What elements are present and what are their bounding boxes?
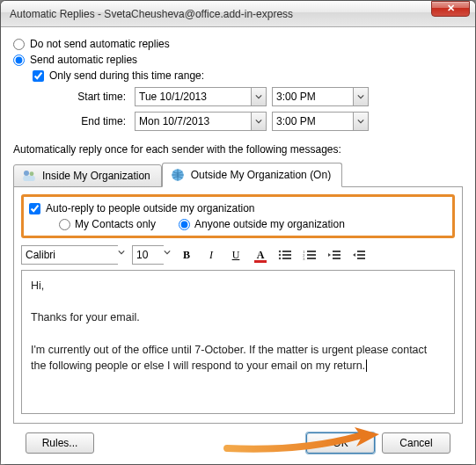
- svg-point-4: [279, 251, 281, 252]
- svg-rect-17: [333, 254, 341, 256]
- annotation-highlight: Auto-reply to people outside my organiza…: [21, 194, 455, 238]
- do-not-send-label: Do not send automatic replies: [30, 38, 170, 50]
- end-time-input[interactable]: [272, 112, 353, 131]
- svg-rect-18: [333, 258, 341, 259]
- end-date-input[interactable]: [135, 112, 251, 131]
- send-label: Send automatic replies: [30, 54, 137, 66]
- tab-inside-org[interactable]: Inside My Organization: [13, 164, 162, 187]
- svg-point-0: [24, 171, 29, 176]
- ok-button[interactable]: OK: [306, 432, 375, 454]
- font-size-combo[interactable]: [132, 245, 171, 265]
- end-date-dropdown[interactable]: [251, 112, 267, 131]
- font-family-dropdown[interactable]: [118, 245, 125, 265]
- underline-button[interactable]: U: [227, 246, 245, 264]
- svg-rect-21: [357, 258, 365, 259]
- start-date-input[interactable]: [135, 87, 251, 106]
- bulleted-list-button[interactable]: [276, 246, 294, 264]
- svg-rect-19: [357, 251, 365, 252]
- svg-rect-13: [307, 254, 316, 256]
- anyone-label: Anyone outside my organization: [194, 218, 345, 230]
- start-time-dropdown[interactable]: [353, 87, 369, 106]
- italic-button[interactable]: I: [202, 246, 220, 264]
- font-color-button[interactable]: A: [252, 246, 269, 264]
- font-family-combo[interactable]: [21, 245, 125, 265]
- bold-button[interactable]: B: [178, 246, 195, 264]
- tab-strip: Inside My Organization Outside My Organi…: [13, 163, 463, 187]
- svg-point-6: [279, 254, 281, 256]
- message-paragraph-3: I'm currently out of the office until 7-…: [31, 342, 445, 374]
- cancel-button[interactable]: Cancel: [382, 432, 450, 454]
- start-time-input[interactable]: [272, 87, 353, 106]
- message-paragraph-1: Hi,: [31, 278, 445, 294]
- end-time-label: End time:: [50, 115, 129, 127]
- time-range-grid: Start time: End time:: [50, 87, 463, 131]
- close-button[interactable]: ✕: [431, 1, 470, 17]
- svg-point-8: [279, 258, 281, 259]
- end-date-combo[interactable]: [135, 112, 267, 131]
- svg-point-1: [30, 171, 34, 176]
- decrease-indent-button[interactable]: [326, 246, 343, 264]
- dialog-footer: Rules... OK Cancel: [13, 424, 463, 454]
- message-paragraph-2: Thanks for your email.: [31, 309, 445, 325]
- message-editor[interactable]: Hi, Thanks for your email. I'm currently…: [21, 270, 455, 414]
- auto-reply-outside-label: Auto-reply to people outside my organiza…: [46, 202, 254, 214]
- svg-rect-11: [307, 251, 316, 252]
- svg-rect-2: [23, 176, 35, 181]
- auto-reply-outside-row[interactable]: Auto-reply to people outside my organiza…: [29, 202, 447, 214]
- start-time-label: Start time:: [50, 91, 129, 103]
- anyone-option[interactable]: Anyone outside my organization: [179, 218, 345, 230]
- scope-radio-group: My Contacts only Anyone outside my organ…: [59, 218, 447, 230]
- svg-text:3: 3: [303, 257, 305, 261]
- window-title: Automatic Replies - SvetaCheusheva@offic…: [10, 8, 431, 20]
- globe-icon: [170, 167, 186, 183]
- titlebar: Automatic Replies - SvetaCheusheva@offic…: [1, 1, 475, 27]
- option-send[interactable]: Send automatic replies: [13, 54, 463, 66]
- do-not-send-radio[interactable]: [13, 39, 25, 50]
- end-time-combo[interactable]: [272, 112, 369, 131]
- end-time-dropdown[interactable]: [353, 112, 369, 131]
- tab-outside-label: Outside My Organization (On): [191, 169, 331, 181]
- font-size-input[interactable]: [132, 245, 164, 265]
- send-radio[interactable]: [13, 54, 25, 66]
- font-family-input[interactable]: [21, 245, 118, 265]
- svg-rect-16: [333, 251, 341, 252]
- start-date-combo[interactable]: [135, 87, 267, 106]
- only-range-label: Only send during this time range:: [49, 69, 204, 82]
- auto-reply-outside-checkbox[interactable]: [29, 203, 40, 214]
- option-do-not-send[interactable]: Do not send automatic replies: [13, 38, 463, 50]
- anyone-radio[interactable]: [179, 219, 190, 230]
- svg-rect-7: [282, 254, 291, 256]
- contacts-only-radio[interactable]: [59, 219, 70, 230]
- svg-rect-15: [307, 258, 316, 259]
- section-label: Automatically reply once for each sender…: [13, 143, 463, 156]
- tab-outside-org[interactable]: Outside My Organization (On): [162, 163, 342, 187]
- outside-tab-panel: Auto-reply to people outside my organiza…: [13, 186, 463, 424]
- dialog-body: Do not send automatic replies Send autom…: [1, 27, 475, 464]
- numbered-list-button[interactable]: 123: [301, 246, 319, 264]
- svg-rect-20: [357, 254, 365, 256]
- svg-rect-9: [282, 258, 291, 259]
- only-range-row[interactable]: Only send during this time range:: [33, 69, 463, 82]
- font-size-dropdown[interactable]: [164, 245, 171, 265]
- text-caret: [366, 360, 367, 372]
- tab-inside-label: Inside My Organization: [42, 170, 150, 182]
- start-date-dropdown[interactable]: [251, 87, 267, 106]
- start-time-combo[interactable]: [272, 87, 369, 106]
- rules-button[interactable]: Rules...: [26, 432, 94, 454]
- contacts-only-option[interactable]: My Contacts only: [59, 218, 156, 230]
- only-range-checkbox[interactable]: [33, 70, 44, 82]
- contacts-only-label: My Contacts only: [75, 218, 156, 230]
- automatic-replies-dialog: Automatic Replies - SvetaCheusheva@offic…: [0, 0, 476, 465]
- increase-indent-button[interactable]: [350, 246, 368, 264]
- format-toolbar: B I U A 123: [21, 243, 455, 270]
- people-icon: [21, 168, 37, 184]
- svg-rect-5: [282, 251, 291, 252]
